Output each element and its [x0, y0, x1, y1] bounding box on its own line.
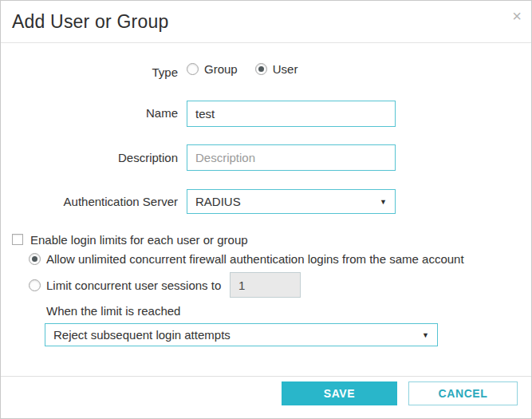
auth-server-label: Authentication Server [1, 195, 178, 208]
footer-divider [1, 376, 531, 377]
dialog-title: Add User or Group [12, 11, 168, 33]
enable-limits-label[interactable]: Enable login limits for each user or gro… [30, 233, 248, 247]
allow-unlimited-row: Allow unlimited concurrent firewall auth… [29, 252, 464, 266]
session-limit-input[interactable] [230, 272, 301, 298]
description-label: Description [1, 151, 178, 164]
when-reached-label: When the limit is reached [46, 304, 180, 318]
limit-sessions-label[interactable]: Limit concurrent user sessions to [46, 279, 221, 292]
cancel-button[interactable]: CANCEL [408, 381, 518, 405]
user-radio-label[interactable]: User [273, 62, 298, 76]
auth-server-select[interactable]: RADIUS ▼ [187, 189, 396, 214]
dialog-header: Add User or Group × [1, 1, 531, 43]
limit-sessions-row: Limit concurrent user sessions to [29, 279, 221, 292]
save-button[interactable]: SAVE [282, 381, 397, 405]
enable-limits-checkbox[interactable] [12, 234, 23, 245]
group-radio-label[interactable]: Group [204, 62, 238, 76]
auth-server-value: RADIUS [195, 195, 241, 208]
name-label: Name [1, 106, 178, 120]
user-radio[interactable] [255, 63, 267, 75]
add-user-group-dialog: Add User or Group × Type Group User Name… [0, 0, 532, 419]
type-label: Type [1, 65, 178, 79]
group-radio[interactable] [187, 63, 199, 75]
chevron-down-icon: ▼ [422, 331, 429, 339]
allow-unlimited-label[interactable]: Allow unlimited concurrent firewall auth… [46, 252, 464, 266]
close-icon[interactable]: × [512, 8, 522, 24]
allow-unlimited-radio[interactable] [29, 253, 41, 265]
chevron-down-icon: ▼ [380, 198, 387, 206]
limit-sessions-radio[interactable] [29, 279, 41, 291]
description-input[interactable] [187, 144, 396, 171]
limit-action-value: Reject subsequent login attempts [53, 328, 231, 342]
type-radio-group: Group User [187, 62, 298, 76]
name-input[interactable] [187, 101, 396, 127]
limit-action-select[interactable]: Reject subsequent login attempts ▼ [45, 323, 438, 346]
